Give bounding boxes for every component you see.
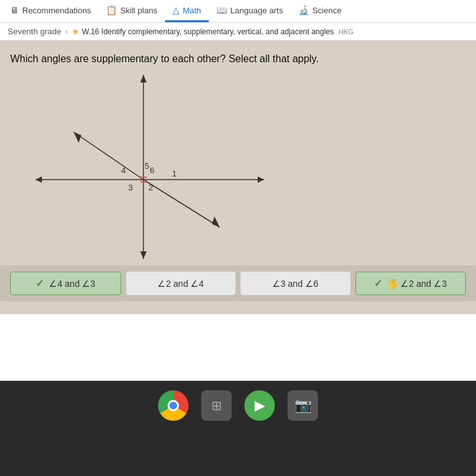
- star-icon: ★: [72, 27, 79, 36]
- chrome-inner-circle: [168, 400, 179, 411]
- svg-marker-3: [36, 176, 42, 183]
- answer-choice-3[interactable]: ✓ 🖐 ∠2 and ∠3: [355, 272, 466, 295]
- answer-choice-1[interactable]: ✓ ∠2 and ∠4: [126, 272, 236, 295]
- answer-label-0: ∠4 and ∠3: [49, 279, 95, 289]
- svg-text:6: 6: [150, 166, 154, 175]
- svg-marker-4: [140, 75, 147, 83]
- svg-marker-9: [212, 216, 220, 227]
- science-icon: 🔬: [298, 5, 309, 15]
- check-icon-3: ✓: [374, 277, 382, 289]
- question-text: Which angles are supplementary to each o…: [10, 53, 466, 65]
- breadcrumb-skill: W.16 Identify complementary, supplementa…: [82, 27, 354, 36]
- svg-line-8: [143, 180, 220, 227]
- chrome-taskbar-icon[interactable]: [158, 390, 188, 421]
- apps-icon: ⊞: [211, 398, 222, 413]
- breadcrumb-code: HKG: [338, 28, 354, 36]
- answer-choice-2[interactable]: ✓ ∠3 and ∠6: [241, 272, 350, 295]
- nav-language-arts[interactable]: 📖 Language arts: [209, 0, 291, 22]
- camera-icon: 📷: [294, 397, 312, 414]
- svg-text:4: 4: [121, 166, 126, 175]
- breadcrumb-grade[interactable]: Seventh grade: [8, 27, 62, 36]
- svg-marker-5: [140, 251, 147, 259]
- math-icon: △: [173, 5, 180, 15]
- play-icon: ▶: [255, 397, 265, 414]
- svg-text:5: 5: [145, 161, 149, 171]
- nav-bar: 🖥 Recommendations 📋 Skill plans △ Math 📖…: [0, 0, 476, 23]
- recommendations-icon: 🖥: [10, 5, 19, 15]
- answer-row: ✓ ∠4 and ∠3 ✓ ∠2 and ∠4 ✓ ∠3 and ∠6 ✓ 🖐 …: [0, 265, 476, 301]
- answer-label-2: ∠3 and ∠6: [272, 279, 319, 289]
- breadcrumb-separator: ›: [65, 27, 68, 36]
- taskbar: ⊞ ▶ 📷: [0, 381, 476, 476]
- check-icon-0: ✓: [36, 277, 44, 289]
- diagram-area: 4 5 6 1 2 3: [10, 75, 466, 265]
- camera-taskbar-icon[interactable]: 📷: [288, 390, 318, 421]
- svg-text:1: 1: [172, 169, 176, 178]
- answer-choice-0[interactable]: ✓ ∠4 and ∠3: [10, 272, 121, 295]
- nav-science[interactable]: 🔬 Science: [291, 0, 349, 22]
- svg-marker-7: [74, 132, 81, 143]
- svg-line-6: [74, 132, 143, 180]
- svg-marker-2: [258, 176, 264, 183]
- main-content: Which angles are supplementary to each o…: [0, 41, 476, 314]
- nav-skill-plans[interactable]: 📋 Skill plans: [98, 0, 165, 22]
- nav-math[interactable]: △ Math: [165, 0, 209, 22]
- skill-plans-icon: 📋: [106, 5, 117, 15]
- screen: 🖥 Recommendations 📋 Skill plans △ Math 📖…: [0, 0, 476, 381]
- play-taskbar-icon[interactable]: ▶: [244, 390, 275, 421]
- apps-taskbar-icon[interactable]: ⊞: [201, 390, 232, 421]
- breadcrumb: Seventh grade › ★ W.16 Identify compleme…: [0, 23, 476, 41]
- language-arts-icon: 📖: [216, 5, 227, 15]
- answer-label-3: 🖐 ∠2 and ∠3: [387, 279, 447, 289]
- svg-text:3: 3: [128, 183, 133, 192]
- svg-text:2: 2: [149, 183, 153, 192]
- nav-recommendations[interactable]: 🖥 Recommendations: [3, 0, 98, 22]
- answer-label-1: ∠2 and ∠4: [157, 279, 204, 289]
